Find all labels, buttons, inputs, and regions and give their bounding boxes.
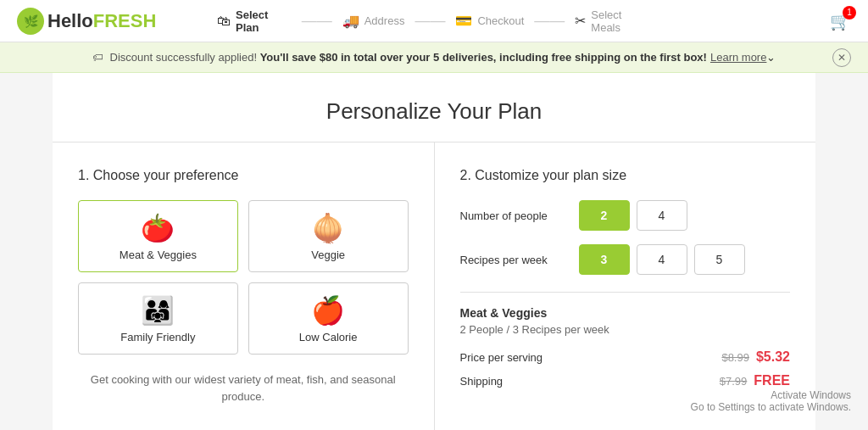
nav-step-select-plan[interactable]: 🛍 Select Plan	[217, 8, 292, 34]
recipes-option-5[interactable]: 5	[694, 244, 745, 275]
recipes-row: Recipes per week 3 4 5	[460, 244, 791, 275]
nav-sep-2: ——	[415, 12, 445, 30]
family-friendly-icon: 👨‍👩‍👧	[141, 297, 175, 324]
nav-step-checkout[interactable]: 💳 Checkout	[455, 13, 524, 29]
preference-description: Get cooking with our widest variety of m…	[78, 371, 409, 405]
shipping-label: Shipping	[460, 375, 504, 388]
price-per-serving-label: Price per serving	[460, 351, 543, 364]
address-icon: 🚚	[342, 13, 359, 29]
page-title: Personalize Your Plan	[53, 73, 815, 142]
shipping-original: $7.99	[720, 375, 748, 388]
preference-meat-veggies[interactable]: 🍅 Meat & Veggies	[78, 200, 238, 272]
section2-heading: 2. Customize your plan size	[460, 168, 791, 183]
discount-text-normal: Discount successfully applied!	[110, 51, 257, 64]
price-per-serving-row: Price per serving $8.99 $5.32	[460, 349, 791, 365]
discount-banner: 🏷 Discount successfully applied! You'll …	[0, 42, 868, 73]
select-meals-icon: ✂	[575, 13, 586, 29]
right-section: 2. Customize your plan size Number of pe…	[435, 142, 816, 430]
shipping-row: Shipping $7.99 FREE	[460, 373, 791, 388]
nav-sep-3: ——	[534, 12, 565, 30]
nav-steps: 🛍 Select Plan —— 🚚 Address —— 💳 Checkout…	[217, 8, 651, 34]
nav-step-select-meals[interactable]: ✂ Select Meals	[575, 8, 651, 34]
plan-summary: Meat & Veggies 2 People / 3 Recipes per …	[460, 292, 791, 388]
select-plan-icon: 🛍	[217, 14, 231, 29]
cart-button[interactable]: 🛒 1	[830, 11, 851, 31]
veggie-label: Veggie	[311, 249, 345, 261]
shipping-free: FREE	[754, 373, 790, 388]
recipes-option-3[interactable]: 3	[579, 244, 630, 275]
preference-veggie[interactable]: 🧅 Veggie	[248, 200, 409, 272]
address-label: Address	[364, 14, 405, 27]
low-calorie-icon: 🍎	[311, 297, 345, 324]
price-new: $5.32	[756, 349, 790, 365]
price-original: $8.99	[721, 351, 749, 364]
preference-grid: 🍅 Meat & Veggies 🧅 Veggie 👨‍👩‍👧 Family F…	[78, 200, 409, 355]
content-area: Personalize Your Plan 1. Choose your pre…	[0, 73, 868, 430]
preference-family-friendly[interactable]: 👨‍👩‍👧 Family Friendly	[78, 282, 238, 355]
people-option-2[interactable]: 2	[579, 200, 630, 231]
select-meals-label: Select Meals	[591, 8, 651, 34]
people-label: Number of people	[460, 209, 579, 222]
checkout-icon: 💳	[455, 13, 472, 29]
people-row: Number of people 2 4	[460, 200, 791, 231]
cart-badge: 1	[843, 6, 856, 20]
sections-wrapper: 1. Choose your preference 🍅 Meat & Veggi…	[53, 142, 815, 430]
people-options: 2 4	[579, 200, 687, 231]
price-per-serving-value: $8.99 $5.32	[721, 349, 790, 365]
section1-heading: 1. Choose your preference	[78, 168, 409, 183]
main-content: Personalize Your Plan 1. Choose your pre…	[53, 73, 815, 430]
shipping-value: $7.99 FREE	[720, 373, 790, 388]
plan-summary-detail: 2 People / 3 Recipes per week	[460, 323, 791, 336]
discount-text-bold: You'll save $80 in total over your 5 del…	[260, 51, 707, 64]
logo-icon: 🌿	[17, 8, 44, 35]
banner-chevron: ⌄	[766, 51, 776, 64]
meat-veggies-label: Meat & Veggies	[120, 249, 197, 261]
family-friendly-label: Family Friendly	[120, 331, 195, 343]
recipes-label: Recipes per week	[460, 254, 579, 266]
nav-step-address[interactable]: 🚚 Address	[342, 13, 405, 29]
left-section: 1. Choose your preference 🍅 Meat & Veggi…	[53, 142, 435, 430]
tag-icon: 🏷	[92, 51, 103, 64]
close-banner-button[interactable]: ✕	[832, 48, 851, 67]
veggie-icon: 🧅	[311, 215, 345, 242]
header: 🌿 HelloFRESH 🛍 Select Plan —— 🚚 Address …	[0, 0, 868, 42]
low-calorie-label: Low Calorie	[299, 331, 358, 343]
learn-more-link[interactable]: Learn more	[710, 51, 766, 64]
recipes-option-4[interactable]: 4	[637, 244, 687, 275]
meat-veggies-icon: 🍅	[141, 215, 175, 242]
select-plan-label: Select Plan	[236, 8, 292, 34]
logo-text: HelloFRESH	[47, 10, 156, 32]
people-option-4[interactable]: 4	[637, 200, 687, 231]
preference-low-calorie[interactable]: 🍎 Low Calorie	[248, 282, 409, 355]
nav-sep-1: ——	[302, 12, 332, 30]
recipes-options: 3 4 5	[579, 244, 745, 275]
checkout-label: Checkout	[477, 14, 524, 27]
plan-summary-name: Meat & Veggies	[460, 306, 791, 320]
logo: 🌿 HelloFRESH	[17, 8, 156, 35]
